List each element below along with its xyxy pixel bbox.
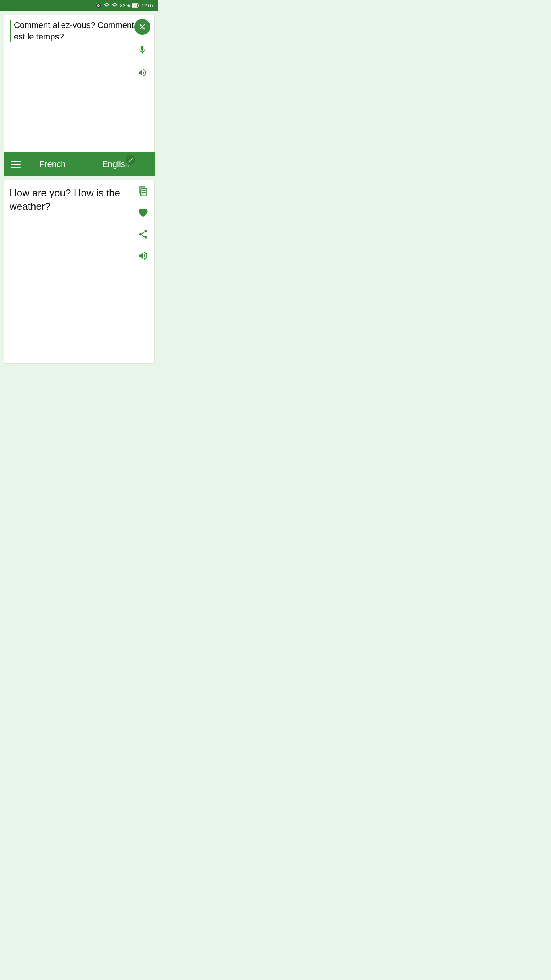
status-icons: 🔇 82% ⚡ 12:07 (95, 2, 154, 8)
svg-rect-6 (142, 194, 144, 194)
active-language-badge (125, 154, 136, 165)
battery-level: 82% (120, 3, 130, 8)
menu-button[interactable] (11, 161, 21, 168)
wifi-icon (104, 2, 110, 8)
svg-text:⚡: ⚡ (134, 4, 137, 7)
target-language-button[interactable]: English (84, 159, 148, 169)
input-text[interactable]: Comment allez-vous? Comment est le temps… (10, 20, 134, 42)
speaker-output-icon (138, 250, 148, 261)
menu-line-3 (11, 167, 21, 168)
output-actions (136, 184, 150, 263)
source-language-button[interactable]: French (21, 159, 84, 169)
output-panel: How are you? How is the weather? (4, 180, 155, 364)
close-icon (137, 22, 147, 32)
svg-rect-5 (142, 192, 146, 193)
speaker-output-button[interactable] (136, 248, 150, 263)
share-icon (138, 229, 148, 240)
signal-icon (112, 2, 118, 8)
speaker-icon (137, 68, 147, 78)
share-button[interactable] (136, 227, 150, 242)
svg-rect-4 (142, 190, 146, 191)
menu-line-2 (11, 164, 21, 165)
language-toolbar: French English (4, 152, 155, 176)
copy-icon (138, 186, 148, 197)
checkmark-icon (127, 156, 134, 163)
menu-line-1 (11, 161, 21, 162)
microphone-icon (137, 45, 147, 55)
speaker-input-button[interactable] (134, 65, 150, 81)
status-bar: 🔇 82% ⚡ 12:07 (0, 0, 158, 11)
svg-rect-2 (139, 5, 139, 7)
source-language-label: French (39, 159, 65, 169)
favorite-icon (138, 207, 148, 218)
clear-button[interactable] (134, 19, 150, 35)
microphone-button[interactable] (134, 42, 150, 58)
time-display: 12:07 (141, 3, 154, 8)
favorite-button[interactable] (136, 206, 150, 220)
mute-icon: 🔇 (95, 2, 102, 8)
output-text: How are you? How is the weather? (10, 186, 134, 213)
input-panel: Comment allez-vous? Comment est le temps… (4, 15, 155, 152)
copy-button[interactable] (136, 184, 150, 199)
input-actions (134, 19, 150, 81)
battery-icon: ⚡ (132, 3, 139, 8)
